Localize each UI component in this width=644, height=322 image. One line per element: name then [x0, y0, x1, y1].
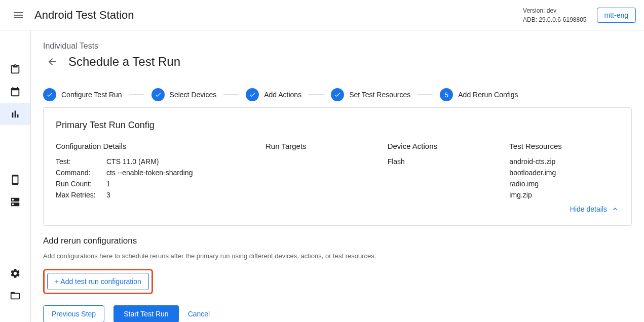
kv-key: Run Count: [56, 180, 106, 188]
sidebar-item-device[interactable] [0, 169, 30, 191]
step-connector [223, 94, 239, 95]
main-content: Individual Tests Schedule a Test Run Con… [30, 30, 644, 322]
step-label: Set Test Resources [349, 91, 410, 99]
hamburger-menu-button[interactable] [8, 5, 28, 25]
col-head-test-resources: Test Resources [509, 142, 619, 150]
col-head-run-targets: Run Targets [266, 142, 375, 150]
resource-item: radio.img [509, 180, 619, 188]
highlight-annotation: + Add test run configuration [43, 269, 153, 294]
primary-config-card: Primary Test Run Config Configuration De… [43, 107, 632, 226]
col-head-device-actions: Device Actions [388, 142, 498, 150]
step-configure-test-run[interactable]: Configure Test Run [43, 88, 122, 101]
check-icon [46, 91, 53, 98]
kv-value: 1 [106, 180, 110, 188]
hide-details-button[interactable]: Hide details [570, 205, 619, 213]
kv-value: 3 [106, 191, 110, 199]
step-add-rerun-configs[interactable]: 5 Add Rerun Configs [440, 88, 518, 101]
calendar-icon [10, 86, 21, 97]
card-title: Primary Test Run Config [56, 120, 619, 131]
arrow-back-icon [47, 56, 58, 67]
resource-item: img.zip [509, 191, 619, 199]
bar-chart-icon [10, 108, 21, 119]
kv-value: cts --enable-token-sharding [106, 169, 193, 177]
start-test-run-button[interactable]: Start Test Run [113, 305, 178, 322]
step-select-devices[interactable]: Select Devices [151, 88, 217, 101]
app-title: Android Test Station [34, 9, 134, 22]
step-add-actions[interactable]: Add Actions [246, 88, 301, 101]
chevron-up-icon [611, 205, 619, 213]
kv-value: CTS 11.0 (ARM) [106, 157, 159, 166]
resource-item: bootloader.img [509, 169, 619, 177]
resource-item: android-cts.zip [509, 157, 619, 166]
cancel-button[interactable]: Cancel [188, 310, 210, 318]
sidebar-item-dns[interactable] [0, 191, 30, 213]
step-set-test-resources[interactable]: Set Test Resources [331, 88, 410, 101]
adb-line: ADB: 29.0.0.6-6198805 [523, 15, 586, 24]
kv-key: Command: [56, 169, 106, 177]
kv-key: Test: [56, 157, 106, 166]
page-title: Schedule a Test Run [68, 55, 180, 69]
add-test-run-config-button[interactable]: + Add test run configuration [47, 273, 149, 290]
stepper: Configure Test Run Select Devices Add Ac… [43, 88, 632, 101]
rerun-section-desc: Add configurations here to schedule reru… [43, 252, 632, 260]
check-icon [334, 91, 341, 98]
check-icon [155, 91, 162, 98]
phone-icon [10, 174, 21, 185]
breadcrumb: Individual Tests [43, 42, 632, 51]
device-action-item: Flash [388, 157, 498, 166]
sidebar-item-folder[interactable] [0, 285, 30, 307]
sidebar-item-settings[interactable] [0, 262, 30, 285]
clipboard-icon [10, 64, 21, 75]
folder-icon [10, 290, 21, 301]
top-app-bar: Android Test Station Version: dev ADB: 2… [0, 0, 644, 30]
rerun-section-title: Add rerun configurations [43, 236, 632, 246]
step-connector [309, 94, 324, 95]
sidebar-item-clipboard[interactable] [0, 58, 30, 80]
dns-icon [10, 196, 21, 208]
gear-icon [10, 268, 21, 279]
version-info: Version: dev ADB: 29.0.0.6-6198805 [523, 6, 586, 24]
step-label: Configure Test Run [61, 91, 122, 99]
col-head-config: Configuration Details [56, 142, 253, 150]
previous-step-button[interactable]: Previous Step [43, 305, 104, 322]
step-label: Select Devices [170, 91, 217, 99]
sidebar [0, 30, 30, 322]
step-number: 5 [440, 88, 453, 101]
check-icon [249, 91, 256, 98]
version-line: Version: dev [523, 6, 586, 15]
back-button[interactable] [43, 53, 61, 71]
step-label: Add Actions [264, 91, 301, 99]
profile-button[interactable]: mtt-eng [597, 8, 636, 23]
hide-details-label: Hide details [570, 205, 607, 213]
step-connector [418, 94, 433, 95]
step-connector [129, 94, 144, 95]
sidebar-item-reports[interactable] [0, 103, 30, 125]
step-label: Add Rerun Configs [458, 91, 518, 99]
kv-key: Max Retries: [56, 191, 106, 199]
sidebar-item-calendar[interactable] [0, 80, 30, 103]
hamburger-icon [14, 12, 23, 18]
